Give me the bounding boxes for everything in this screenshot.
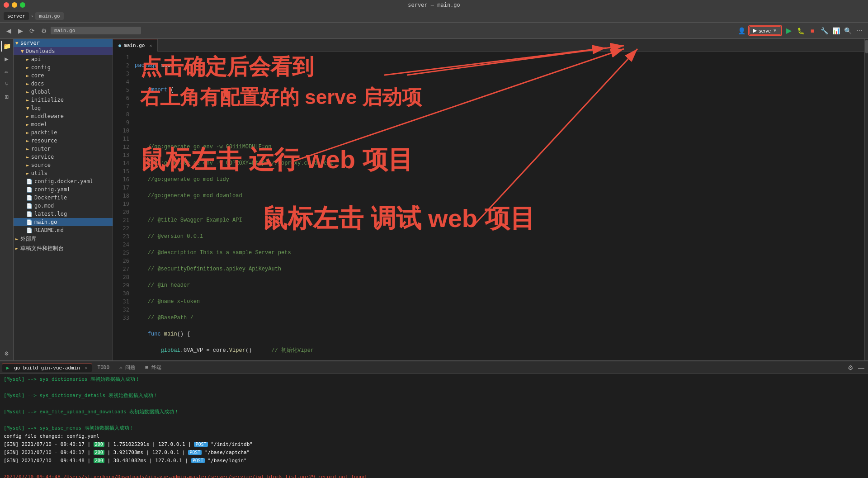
tree-label: packfile [31, 129, 57, 136]
tree-item-gomod[interactable]: 📄 go.mod [14, 202, 113, 210]
terminal-minimize-button[interactable]: — [856, 363, 866, 373]
scrollbar-thumb[interactable] [865, 40, 868, 53]
tree-item-maingo[interactable]: 📄 main.go [14, 218, 113, 226]
tree-label: server [20, 40, 40, 46]
term-line-4: [Mysql] --> sys_base_menus 表初始数据插入成功！ [4, 425, 864, 432]
term-line-1: [Mysql] --> sys_dictionaries 表初始数据插入成功！ [4, 376, 864, 383]
tree-label: global [31, 89, 51, 95]
tree-label: resource [31, 137, 57, 144]
tab-label: main.go [124, 43, 145, 48]
tree-item-resource[interactable]: ► resource [14, 137, 113, 145]
tree-item-log[interactable]: ▼ log [14, 104, 113, 112]
forward-button[interactable]: ▶ [15, 26, 25, 36]
run-button[interactable]: ▶ [784, 26, 794, 36]
window-title: server – main.go [408, 2, 460, 8]
tree-label: source [31, 162, 51, 168]
git-icon[interactable]: ⑂ [1, 79, 12, 90]
terminal-tab[interactable]: ⊞ 终端 [141, 363, 165, 372]
tree-label: api [31, 56, 41, 62]
activity-bar: 📁 ▶ ✏ ⑂ ⊞ ⚙ [0, 39, 14, 360]
tree-label: 外部库 [20, 235, 37, 243]
title-bar: server – main.go [0, 0, 868, 10]
tree-label: model [31, 121, 47, 128]
code-content: 12345 678910 1112131415 1617181920 21222… [113, 52, 864, 360]
tree-item-utils[interactable]: ► utils [14, 169, 113, 177]
run-icon[interactable]: ▶ [1, 53, 12, 64]
file-path: main.go [51, 27, 141, 34]
tree-item-docs[interactable]: ► docs [14, 80, 113, 88]
term-line-2: [Mysql] --> sys_dictionary_details 表初始数据… [4, 392, 864, 399]
settings-button[interactable]: ⚙ [39, 26, 49, 36]
tree-item-initialize[interactable]: ► initialize [14, 96, 113, 104]
settings-side-icon[interactable]: ⚙ [1, 348, 12, 359]
minimize-button[interactable] [12, 2, 17, 8]
maximize-button[interactable] [20, 2, 25, 8]
bottom-panel: ▶ go build gin-vue-admin ✕ TODO ⚠ 问题 ⊞ 终… [0, 360, 868, 478]
term-line-5: config file changed: config.yaml [4, 433, 864, 440]
tree-item-middleware[interactable]: ► middleware [14, 112, 113, 120]
files-icon[interactable]: 📁 [1, 41, 12, 52]
tree-item-config[interactable]: ► config [14, 63, 113, 71]
edit-icon[interactable]: ✏ [1, 66, 12, 77]
traffic-lights [4, 2, 25, 8]
run-tab[interactable]: ▶ go build gin-vue-admin ✕ [2, 364, 92, 372]
tree-item-config-docker[interactable]: 📄 config.docker.yaml [14, 177, 113, 185]
terminal-tab-close-icon[interactable]: ✕ [85, 365, 88, 370]
toolbar-right: 👤 ▶ serve ▼ ▶ 🐛 ■ 🔧 📊 🔍 ⋯ [736, 25, 864, 36]
tree-label: README.md [34, 227, 64, 233]
tree-item-packfile[interactable]: ► packfile [14, 128, 113, 137]
tree-item-drafts[interactable]: ► 草稿文件和控制台 [14, 244, 113, 253]
serve-label: serve [759, 28, 771, 33]
term-line-8: [GIN] 2021/07/10 - 09:43:48 | 200 | 30.4… [4, 457, 864, 464]
profile-button[interactable]: 📊 [831, 26, 841, 36]
search-button[interactable]: 🔍 [843, 26, 853, 36]
todo-tab[interactable]: TODO [93, 364, 114, 371]
term-line-blank2 [4, 400, 864, 407]
code-tab-maingo[interactable]: ● main.go ✕ [113, 39, 158, 52]
refresh-button[interactable]: ⟳ [27, 26, 37, 36]
tree-item-config-yaml[interactable]: 📄 config.yaml [14, 185, 113, 194]
back-button[interactable]: ◀ [4, 26, 14, 36]
tree-item-server[interactable]: ▼ server [14, 39, 113, 47]
tree-item-global[interactable]: ► global [14, 88, 113, 96]
tree-item-source[interactable]: ► source [14, 161, 113, 169]
term-line-3: [Mysql] --> exa_file_upload_and_download… [4, 408, 864, 416]
close-button[interactable] [4, 2, 9, 8]
line-numbers: 12345 678910 1112131415 1617181920 21222… [113, 52, 131, 360]
tree-label: config [31, 64, 51, 71]
debug-button[interactable]: 🐛 [796, 26, 806, 36]
user-button[interactable]: 👤 [736, 26, 746, 36]
nav-toolbar: server › main.go [0, 10, 868, 23]
tree-label: initialize [31, 97, 64, 103]
tree-label: log [31, 105, 41, 111]
tree-item-latestlog[interactable]: 📄 latest.log [14, 210, 113, 218]
tree-item-api[interactable]: ► api [14, 55, 113, 63]
main-layout: 📁 ▶ ✏ ⑂ ⊞ ⚙ ▼ server ▼ Downloads ► api ►… [0, 39, 868, 360]
run-tab-icon: ▶ [6, 365, 9, 371]
nav-tab-maingo[interactable]: main.go [35, 12, 63, 20]
tree-item-model[interactable]: ► model [14, 120, 113, 128]
editor-scrollbar[interactable] [864, 39, 868, 360]
terminal-icon[interactable]: ⊞ [1, 91, 12, 102]
tab-close-icon[interactable]: ✕ [149, 43, 152, 48]
toolbar-left: ◀ ▶ ⟳ ⚙ main.go [4, 26, 141, 36]
code-lines: package main import ( //go:generate go e… [131, 52, 864, 360]
tree-item-dockerfile[interactable]: 📄 Dockerfile [14, 194, 113, 202]
tree-item-service[interactable]: ► service [14, 153, 113, 161]
serve-run-button[interactable]: ▶ serve ▼ [749, 26, 781, 35]
terminal-settings-button[interactable]: ⚙ [845, 363, 855, 373]
tree-item-router[interactable]: ► router [14, 145, 113, 153]
tree-item-core[interactable]: ► core [14, 71, 113, 80]
more-button[interactable]: ⋯ [854, 26, 864, 36]
coverage-button[interactable]: 🔧 [819, 26, 829, 36]
terminal-content: [Mysql] --> sys_dictionaries 表初始数据插入成功！ … [0, 374, 868, 478]
tree-label: config.yaml [34, 186, 70, 193]
tree-item-readme[interactable]: 📄 README.md [14, 226, 113, 234]
nav-tab-server[interactable]: server [4, 12, 29, 20]
tree-label: Downloads [26, 48, 55, 54]
tree-label: core [31, 72, 44, 79]
tree-item-downloads[interactable]: ▼ Downloads [14, 47, 113, 55]
problem-tab[interactable]: ⚠ 问题 [115, 363, 140, 372]
stop-button[interactable]: ■ [807, 26, 817, 36]
tree-item-external[interactable]: ► 外部库 [14, 234, 113, 244]
